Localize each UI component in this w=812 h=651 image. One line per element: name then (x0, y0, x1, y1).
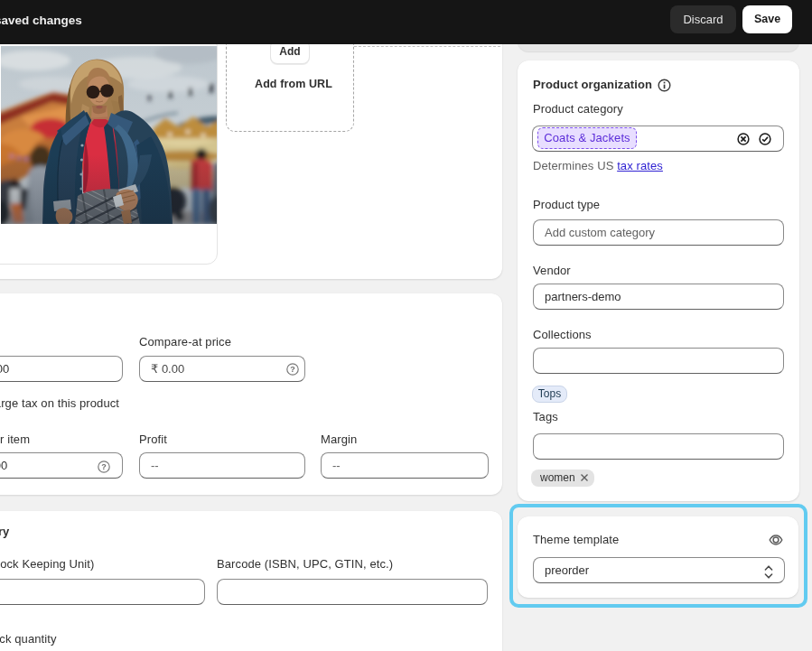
svg-text:?: ? (290, 365, 295, 374)
svg-text:?: ? (101, 462, 107, 471)
